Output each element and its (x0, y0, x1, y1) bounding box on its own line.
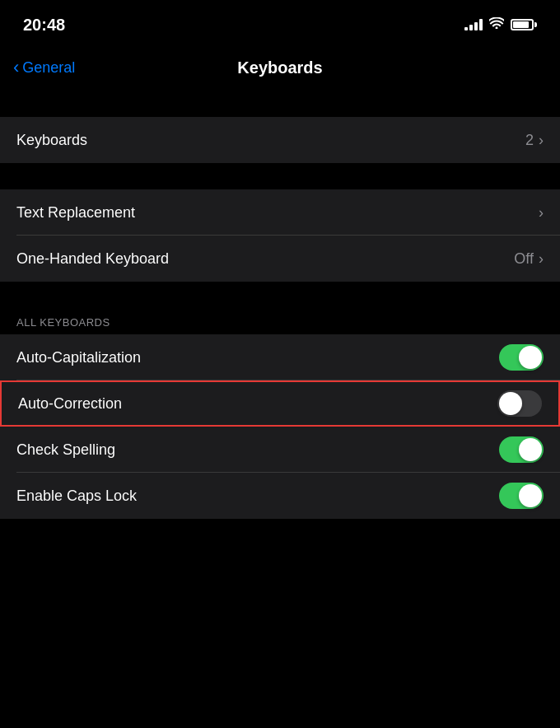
battery-body (511, 19, 534, 30)
check-spelling-toggle[interactable] (499, 436, 544, 463)
text-replacement-label: Text Replacement (16, 204, 135, 222)
check-spelling-label: Check Spelling (16, 441, 115, 459)
status-icons (464, 17, 537, 32)
page-title: Keyboards (237, 58, 322, 77)
one-handed-right: Off › (514, 250, 544, 268)
one-handed-keyboard-row[interactable]: One-Handed Keyboard Off › (0, 236, 560, 282)
auto-correction-toggle[interactable] (497, 390, 542, 417)
one-handed-value: Off (514, 250, 534, 268)
signal-bar-3 (474, 22, 478, 30)
keyboards-row[interactable]: Keyboards 2 › (0, 117, 560, 163)
enable-caps-lock-row[interactable]: Enable Caps Lock (0, 473, 560, 519)
text-replacement-chevron-icon: › (539, 204, 544, 222)
back-label: General (22, 59, 75, 77)
enable-caps-lock-label: Enable Caps Lock (16, 488, 137, 505)
keyboards-row-right: 2 › (525, 132, 544, 149)
check-spelling-row[interactable]: Check Spelling (0, 427, 560, 473)
status-time: 20:48 (23, 16, 65, 35)
all-keyboards-header: ALL KEYBOARDS (0, 308, 560, 334)
signal-bar-4 (479, 19, 483, 30)
auto-capitalization-row[interactable]: Auto-Capitalization (0, 334, 560, 380)
battery-cap (534, 22, 537, 27)
back-chevron-icon: ‹ (13, 57, 19, 78)
battery-fill (513, 21, 529, 28)
text-section: Text Replacement › One-Handed Keyboard O… (0, 189, 560, 282)
gap-1 (0, 91, 560, 117)
signal-bar-1 (464, 27, 468, 30)
auto-capitalization-label: Auto-Capitalization (16, 349, 141, 366)
gap-2 (0, 163, 560, 189)
all-keyboards-section: Auto-Capitalization Auto-Correction Chec… (0, 334, 560, 519)
signal-bar-2 (469, 25, 473, 30)
one-handed-label: One-Handed Keyboard (16, 250, 169, 268)
all-keyboards-header-text: ALL KEYBOARDS (16, 316, 110, 329)
enable-caps-lock-toggle[interactable] (499, 483, 544, 509)
keyboards-label: Keyboards (16, 132, 87, 149)
auto-capitalization-toggle[interactable] (499, 344, 544, 371)
auto-correction-thumb (499, 392, 522, 415)
enable-caps-lock-thumb (519, 484, 542, 507)
nav-bar: ‹ General Keyboards (0, 44, 560, 91)
auto-correction-row[interactable]: Auto-Correction (0, 380, 560, 427)
gap-3 (0, 282, 560, 308)
keyboards-section: Keyboards 2 › (0, 117, 560, 163)
keyboards-chevron-icon: › (539, 132, 544, 149)
battery-icon (511, 19, 537, 30)
auto-capitalization-thumb (519, 346, 542, 369)
keyboards-count: 2 (525, 132, 534, 149)
one-handed-chevron-icon: › (539, 250, 544, 268)
text-replacement-right: › (539, 204, 544, 222)
status-bar: 20:48 (0, 0, 560, 44)
back-button[interactable]: ‹ General (13, 58, 75, 78)
auto-correction-label: Auto-Correction (18, 395, 122, 413)
signal-bars-icon (464, 19, 483, 30)
wifi-icon (489, 17, 504, 32)
check-spelling-thumb (519, 438, 542, 461)
text-replacement-row[interactable]: Text Replacement › (0, 189, 560, 236)
